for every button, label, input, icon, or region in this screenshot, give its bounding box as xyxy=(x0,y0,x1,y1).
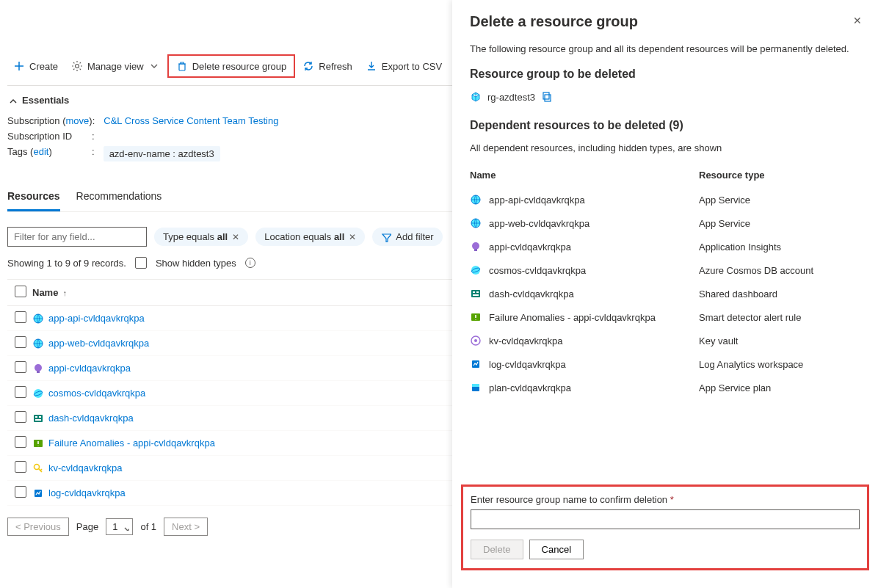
page-label: Page xyxy=(76,521,98,532)
edit-tags-link[interactable]: edit xyxy=(33,146,48,157)
subscription-label: Subscription (move) xyxy=(7,115,92,126)
row-checkbox[interactable] xyxy=(15,386,26,398)
plan-blue-icon xyxy=(470,382,482,393)
page-select[interactable]: 1 xyxy=(106,518,133,535)
dep-name: app-web-cvldqavkrqkpa xyxy=(489,218,699,229)
resource-link[interactable]: app-api-cvldqavkrqkpa xyxy=(48,313,145,324)
subscription-id-label: Subscription ID xyxy=(7,131,92,142)
resource-link[interactable]: app-web-cvldqavkrqkpa xyxy=(48,338,149,349)
row-checkbox[interactable] xyxy=(15,461,26,473)
remove-type-filter-icon[interactable]: ✕ xyxy=(232,232,239,242)
dep-name: cosmos-cvldqavkrqkpa xyxy=(489,265,699,276)
dependent-resources-desc: All dependent resources, including hidde… xyxy=(470,142,860,153)
close-panel-icon[interactable]: ✕ xyxy=(853,15,862,26)
filter-icon xyxy=(381,232,391,242)
info-icon[interactable]: i xyxy=(245,258,255,268)
cancel-button[interactable]: Cancel xyxy=(529,540,584,559)
dep-type: Shared dashboard xyxy=(699,288,860,300)
resource-link[interactable]: appi-cvldqavkrqkpa xyxy=(48,363,131,374)
refresh-button[interactable]: Refresh xyxy=(297,56,358,76)
essentials-title: Essentials xyxy=(22,95,69,106)
previous-button[interactable]: < Previous xyxy=(7,518,69,536)
row-checkbox[interactable] xyxy=(15,361,26,373)
bulb-purple-icon xyxy=(470,241,482,253)
alert-green-icon xyxy=(32,438,44,449)
globe-blue-icon xyxy=(32,313,44,324)
dep-type: App Service xyxy=(699,218,860,229)
confirm-input[interactable] xyxy=(471,509,860,529)
dependent-resources-heading: Dependent resources to be deleted (9) xyxy=(470,119,860,132)
tags-label: Tags (edit) xyxy=(7,146,92,161)
rg-name-row: rg-azdtest3 xyxy=(470,91,860,103)
row-checkbox[interactable] xyxy=(15,411,26,423)
dep-name: appi-cvldqavkrqkpa xyxy=(489,242,699,253)
move-link[interactable]: move xyxy=(66,115,90,126)
resource-link[interactable]: dash-cvldqavkrqkpa xyxy=(48,413,134,424)
refresh-label: Refresh xyxy=(319,61,352,72)
resource-link[interactable]: Failure Anomalies - appi-cvldqavkrqkpa xyxy=(48,438,215,449)
gear-icon xyxy=(71,60,83,72)
globe-blue-icon xyxy=(470,217,482,229)
dep-type: Smart detector alert rule xyxy=(699,312,860,323)
download-icon xyxy=(366,60,377,72)
cosmos-icon xyxy=(470,264,482,276)
records-count: Showing 1 to 9 of 9 records. xyxy=(7,258,126,269)
delete-panel: ✕ Delete a resource group The following … xyxy=(452,0,878,588)
plus-icon xyxy=(13,60,25,72)
dep-row: kv-cvldqavkrqkpa Key vault xyxy=(470,329,860,352)
tag-chip[interactable]: azd-env-name : azdtest3 xyxy=(104,146,220,161)
key-ring-icon xyxy=(470,335,482,346)
remove-location-filter-icon[interactable]: ✕ xyxy=(349,232,356,242)
add-filter-label: Add filter xyxy=(396,231,433,242)
filter-pill-type[interactable]: Type equals all ✕ xyxy=(154,228,248,246)
tab-resources[interactable]: Resources xyxy=(7,184,60,211)
delete-resource-group-button[interactable]: Delete resource group xyxy=(170,56,293,76)
row-checkbox[interactable] xyxy=(15,436,26,448)
row-checkbox[interactable] xyxy=(15,336,26,348)
alert-green-icon xyxy=(470,311,482,323)
dash-teal-icon xyxy=(32,413,44,424)
dep-name: plan-cvldqavkrqkpa xyxy=(489,382,699,393)
rg-to-delete-heading: Resource group to be deleted xyxy=(470,68,860,81)
copy-icon[interactable] xyxy=(541,91,553,103)
globe-blue-icon xyxy=(470,194,482,206)
dep-col-type: Resource type xyxy=(699,170,860,181)
confirm-label: Enter resource group name to confirm del… xyxy=(471,494,860,505)
trash-icon xyxy=(176,60,188,72)
dep-type: App Service xyxy=(699,195,860,206)
confirm-deletion-area: Enter resource group name to confirm del… xyxy=(461,484,869,570)
resource-link[interactable]: kv-cvldqavkrqkpa xyxy=(48,462,122,473)
dep-type: Key vault xyxy=(699,335,860,346)
panel-description: The following resource group and all its… xyxy=(470,43,860,54)
delete-button[interactable]: Delete xyxy=(471,540,523,559)
chevron-down-icon xyxy=(148,60,160,72)
add-filter-button[interactable]: Add filter xyxy=(372,228,442,246)
dep-table-header: Name Resource type xyxy=(470,170,860,188)
select-all-checkbox[interactable] xyxy=(15,286,26,297)
key-yellow-icon xyxy=(32,462,44,474)
refresh-icon xyxy=(302,60,314,72)
cube-icon xyxy=(470,91,482,103)
tab-recommendations[interactable]: Recommendations xyxy=(76,184,162,211)
create-button[interactable]: Create xyxy=(7,56,64,76)
next-button[interactable]: Next > xyxy=(164,518,208,536)
export-csv-button[interactable]: Export to CSV xyxy=(360,56,448,76)
filter-pill-location[interactable]: Location equals all ✕ xyxy=(255,228,365,246)
resource-link[interactable]: log-cvldqavkrqkpa xyxy=(48,487,126,498)
globe-blue-icon xyxy=(32,338,44,349)
manage-view-button[interactable]: Manage view xyxy=(65,56,166,76)
dep-row: plan-cvldqavkrqkpa App Service plan xyxy=(470,376,860,399)
show-hidden-checkbox[interactable] xyxy=(135,257,147,269)
resource-link[interactable]: cosmos-cvldqavkrqkpa xyxy=(48,388,145,399)
subscription-value-link[interactable]: C&L Cross Service Content Team Testing xyxy=(104,115,278,126)
rg-name: rg-azdtest3 xyxy=(487,92,535,103)
dep-col-name: Name xyxy=(470,170,699,181)
filter-input[interactable] xyxy=(7,227,147,247)
dep-type: Log Analytics workspace xyxy=(699,359,860,370)
dep-row: app-web-cvldqavkrqkpa App Service xyxy=(470,211,860,235)
cosmos-icon xyxy=(32,388,44,399)
row-checkbox[interactable] xyxy=(15,486,26,498)
row-checkbox[interactable] xyxy=(15,311,26,323)
dash-teal-icon xyxy=(470,288,482,300)
delete-rg-label: Delete resource group xyxy=(192,61,287,72)
